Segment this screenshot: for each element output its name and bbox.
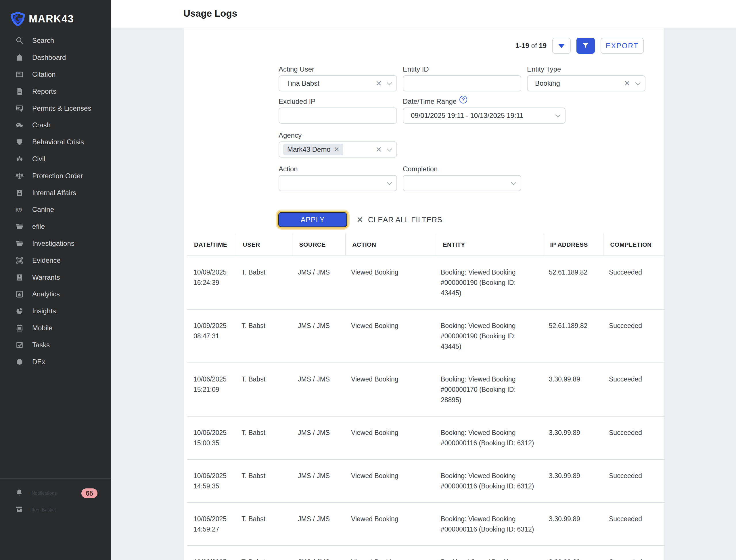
sidebar-item[interactable]: K9 Canine: [0, 201, 111, 218]
agency-label: Agency: [279, 132, 397, 139]
sidebar-item[interactable]: Evidence: [0, 252, 111, 269]
sidebar-item-label: Investigations: [32, 239, 74, 248]
sidebar-item-label: Evidence: [32, 256, 61, 264]
k9-icon: K9: [15, 205, 24, 214]
sidebar-item-label: efile: [32, 223, 45, 231]
brand-logo[interactable]: MARK43: [10, 11, 74, 26]
clear-icon[interactable]: ✕: [624, 79, 630, 88]
cell-completion: Succeeded: [603, 416, 665, 459]
clear-all-filters-button[interactable]: ✕ CLEAR ALL FILTERS: [357, 212, 442, 227]
date-time-range-label: Date/Time Range?: [403, 98, 566, 105]
agency-select[interactable]: Mark43 Demo✕ ✕: [279, 141, 397, 158]
cell-ip-address: 3.30.99.89: [543, 546, 603, 560]
sidebar-item[interactable]: Search: [0, 32, 111, 49]
chevron-down-icon[interactable]: [635, 80, 640, 85]
sidebar-item[interactable]: Mobile: [0, 320, 111, 337]
pagination-of: of: [531, 42, 537, 49]
entity-id-label: Entity ID: [403, 66, 521, 73]
excluded-ip-label: Excluded IP: [279, 98, 397, 105]
sidebar-item[interactable]: Investigations: [0, 235, 111, 252]
sidebar-item[interactable]: Behavioral Crisis: [0, 134, 111, 151]
page-title: Usage Logs: [183, 8, 237, 19]
sidebar-item[interactable]: Citation: [0, 66, 111, 83]
action-select[interactable]: [279, 175, 397, 191]
sidebar-item[interactable]: Tasks: [0, 336, 111, 353]
chevron-down-icon[interactable]: [387, 146, 392, 151]
cell-ip-address: 52.61.189.82: [543, 256, 603, 309]
chevron-down-icon[interactable]: [511, 180, 516, 185]
sidebar-item[interactable]: Protection Order: [0, 167, 111, 184]
cell-entity: Booking: Viewed Booking #000000116 (Book…: [436, 503, 543, 546]
badge-icon: [15, 137, 24, 147]
scales-icon: [15, 171, 24, 181]
sidebar-item[interactable]: Internal Affairs: [0, 184, 111, 201]
chevron-down-icon[interactable]: [387, 180, 392, 185]
sidebar-item-label: Analytics: [32, 290, 60, 298]
help-icon[interactable]: ?: [459, 96, 467, 103]
column-header-user: USER: [236, 233, 292, 256]
clear-icon[interactable]: ✕: [375, 145, 382, 154]
entity-type-select[interactable]: Booking ✕: [527, 75, 645, 91]
completion-select[interactable]: [403, 175, 521, 191]
sidebar-item[interactable]: Reports: [0, 83, 111, 100]
pagination-dropdown-button[interactable]: [552, 38, 571, 54]
sidebar-item[interactable]: Analytics: [0, 286, 111, 303]
usage-logs-panel: 1-19 of 19 EXPORT Acting User Tina Babst…: [184, 28, 664, 560]
filter-toggle-button[interactable]: [576, 38, 595, 54]
sidebar: MARK43 Search Dashboard Citation Reports: [0, 0, 111, 560]
sidebar-item-label: Citation: [32, 70, 55, 78]
sidebar-item[interactable]: DEx: [0, 353, 111, 370]
sidebar-item[interactable]: Dashboard: [0, 49, 111, 66]
filter-entity-type: Entity Type Booking ✕: [527, 66, 645, 91]
column-header-entity: ENTITY: [436, 233, 543, 256]
cell-ip-address: 3.30.99.89: [543, 459, 603, 503]
sidebar-item-label: Internal Affairs: [32, 189, 76, 197]
sidebar-footer: Notifications 65 Item Basket TB Tina Bab…: [0, 478, 111, 560]
cell-action: Viewed Booking: [345, 256, 436, 309]
clear-all-filters-label: CLEAR ALL FILTERS: [368, 215, 442, 224]
cell-completion: Succeeded: [603, 546, 665, 560]
sidebar-item[interactable]: Permits & Licenses: [0, 100, 111, 117]
column-header-datetime: DATE/TIME: [187, 233, 236, 256]
export-button[interactable]: EXPORT: [601, 38, 644, 54]
acting-user-select[interactable]: Tina Babst ✕: [279, 75, 397, 91]
sidebar-item-item-basket[interactable]: Item Basket: [0, 502, 111, 518]
sidebar-item-label: Civil: [32, 155, 45, 163]
search-icon: [15, 36, 24, 45]
sidebar-item-label: Insights: [32, 307, 56, 315]
sidebar-item-notifications[interactable]: Notifications 65: [0, 485, 111, 502]
folder-icon: [15, 239, 24, 248]
sidebar-item[interactable]: efile: [0, 218, 111, 235]
usage-logs-table: DATE/TIME USER SOURCE ACTION ENTITY IP A…: [187, 233, 665, 560]
sidebar-item[interactable]: Insights: [0, 303, 111, 320]
filter-acting-user: Acting User Tina Babst ✕: [279, 66, 397, 91]
cell-source: JMS / JMS: [292, 363, 345, 416]
entity-id-input[interactable]: [403, 75, 521, 91]
cell-entity: Booking: Viewed Booking #000000190 (Book…: [436, 309, 543, 363]
cell-action: Viewed Booking: [345, 363, 436, 416]
cell-source: JMS / JMS: [292, 459, 345, 503]
sidebar-item[interactable]: Civil: [0, 151, 111, 168]
date-time-range-select[interactable]: 09/01/2025 19:11 - 10/13/2025 19:11: [403, 108, 566, 124]
excluded-ip-input[interactable]: [279, 108, 397, 124]
sidebar-item-label: Crash: [32, 121, 51, 129]
table-row: 10/06/202515:21:09 T. Babst JMS / JMS Vi…: [187, 363, 665, 416]
table-row: 10/09/202516:24:39 T. Babst JMS / JMS Vi…: [187, 256, 665, 309]
chip-remove-icon[interactable]: ✕: [334, 146, 339, 153]
chevron-down-icon[interactable]: [555, 112, 560, 117]
sidebar-item[interactable]: Warrants: [0, 269, 111, 286]
agency-chip: Mark43 Demo✕: [283, 144, 343, 155]
sidebar-item[interactable]: Crash: [0, 117, 111, 134]
pagination-total: 19: [539, 42, 547, 49]
id-card-icon: [15, 273, 24, 282]
svg-text:K9: K9: [16, 207, 22, 213]
cell-ip-address: 52.61.189.82: [543, 309, 603, 363]
cell-datetime: 10/09/202516:24:39: [187, 256, 236, 309]
column-header-source: SOURCE: [292, 233, 345, 256]
cell-user: T. Babst: [236, 256, 292, 309]
clear-icon[interactable]: ✕: [375, 79, 382, 88]
chevron-down-icon[interactable]: [387, 80, 392, 85]
cell-entity: Booking: Viewed Booking #000000170 (Book…: [436, 363, 543, 416]
pie-chart-icon: [15, 306, 24, 316]
apply-button[interactable]: APPLY: [278, 212, 347, 227]
